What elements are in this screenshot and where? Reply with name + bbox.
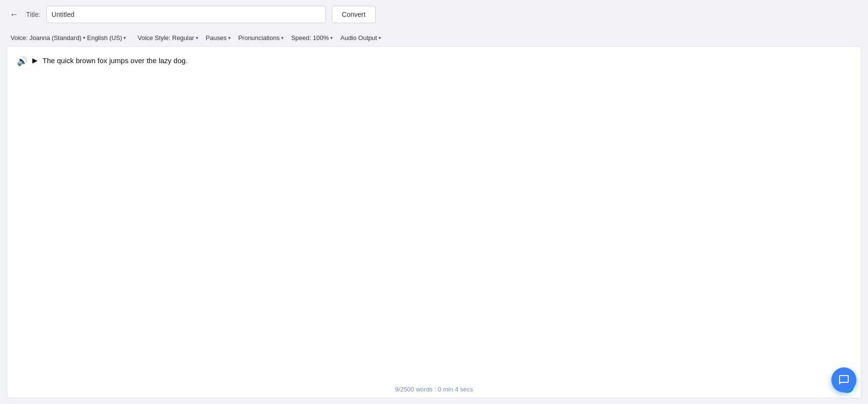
editor-content: 🔊 ▶ The quick brown fox jumps over the l… — [7, 47, 861, 75]
voice-style-label: Voice Style: Regular — [137, 34, 194, 41]
back-button[interactable]: ← — [8, 8, 20, 22]
chat-icon — [838, 374, 850, 386]
pronunciations-chevron-icon: ▾ — [281, 35, 284, 40]
play-icon[interactable]: ▶ — [32, 56, 38, 64]
chat-bubble-button[interactable] — [831, 367, 856, 392]
pronunciations-selector[interactable]: Pronunciations ▾ — [235, 33, 286, 43]
voice-style-selector[interactable]: Voice Style: Regular ▾ — [135, 33, 201, 43]
editor-container: 🔊 ▶ The quick brown fox jumps over the l… — [7, 46, 861, 398]
volume-icon[interactable]: 🔊 — [17, 56, 27, 67]
pauses-selector[interactable]: Pauses ▾ — [203, 33, 233, 43]
pronunciations-label: Pronunciations — [238, 34, 280, 41]
voice-chevron-icon: ▾ — [123, 35, 126, 40]
speed-selector[interactable]: Speed: 100% ▾ — [288, 33, 336, 43]
word-count: 9/2500 words : 0 min 4 secs — [395, 386, 473, 393]
editor-text[interactable]: The quick brown fox jumps over the lazy … — [42, 55, 188, 67]
convert-button[interactable]: Convert — [332, 6, 376, 23]
speed-chevron-icon: ▾ — [330, 35, 333, 40]
audio-output-chevron-icon: ▾ — [379, 35, 381, 40]
pauses-label: Pauses — [206, 34, 227, 41]
pauses-chevron-icon: ▾ — [228, 35, 231, 40]
status-bar: 9/2500 words : 0 min 4 secs — [7, 386, 861, 393]
options-bar: Voice: Joanna (Standard) • English (US) … — [0, 29, 868, 46]
title-input[interactable] — [46, 6, 326, 23]
back-icon: ← — [10, 10, 18, 20]
title-label: Title: — [26, 11, 41, 18]
audio-output-selector[interactable]: Audio Output ▾ — [338, 33, 384, 43]
audio-output-label: Audio Output — [340, 34, 377, 41]
voice-style-chevron-icon: ▾ — [196, 35, 198, 40]
voice-selector[interactable]: Voice: Joanna (Standard) • English (US) … — [8, 33, 129, 43]
voice-label: Voice: Joanna (Standard) • English (US) — [11, 34, 122, 41]
top-bar: ← Title: Convert — [0, 0, 868, 29]
speed-label: Speed: 100% — [291, 34, 329, 41]
